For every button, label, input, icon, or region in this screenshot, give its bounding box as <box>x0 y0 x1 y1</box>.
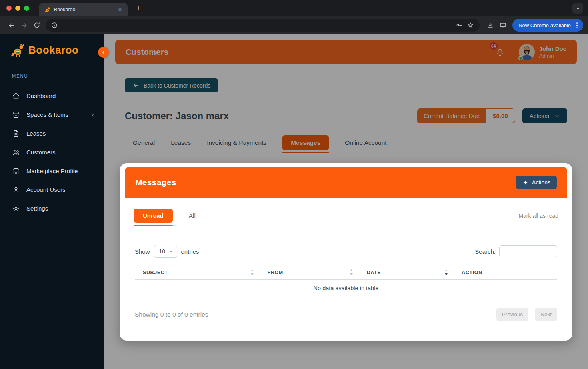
window-close-button[interactable] <box>6 6 12 11</box>
menu-section-label: MENU <box>0 62 104 82</box>
sidebar-item-label: Leases <box>26 130 46 137</box>
column-label: DATE <box>367 270 381 275</box>
browser-toolbar: New Chrome available <box>0 16 588 34</box>
entries-label: entries <box>181 248 199 255</box>
sort-icon-descending[interactable] <box>444 269 448 275</box>
sort-icon[interactable] <box>350 269 353 275</box>
browser-menu-kebab-icon[interactable] <box>573 21 581 30</box>
search-label: Search: <box>475 248 496 255</box>
page-size-value: 10 <box>159 248 166 255</box>
sidebar-item-label: Settings <box>26 205 48 212</box>
chrome-update-label: New Chrome available <box>518 22 571 28</box>
sidebar-item-leases[interactable]: Leases <box>0 124 104 143</box>
app-root: Bookaroo MENU Dashboard Spaces & Items L… <box>0 34 588 369</box>
messages-card-title: Messages <box>135 178 176 187</box>
messages-card: Messages Actions Unread All Mark all as … <box>125 167 567 335</box>
tab-favicon-kangaroo-icon <box>44 6 50 13</box>
customers-icon <box>12 148 20 156</box>
menu-divider <box>34 76 104 76</box>
archive-box-icon <box>12 111 20 119</box>
sidebar-collapse-button[interactable] <box>98 47 109 58</box>
sidebar: Bookaroo MENU Dashboard Spaces & Items L… <box>0 34 104 369</box>
messages-actions-button[interactable]: Actions <box>516 176 557 189</box>
tab-close-icon[interactable]: × <box>116 6 124 13</box>
table-footer: Showing 0 to 0 of 0 entries Previous Nex… <box>135 308 557 335</box>
search-input[interactable] <box>499 245 557 257</box>
column-header-from[interactable]: FROM <box>260 265 359 279</box>
document-icon <box>12 130 20 138</box>
column-label: ACTION <box>462 270 482 275</box>
password-key-icon[interactable] <box>456 22 463 29</box>
sidebar-item-label: Account Users <box>26 186 66 193</box>
home-icon <box>12 92 20 100</box>
column-header-date[interactable]: DATE <box>359 265 454 279</box>
sidebar-item-label: Customers <box>26 149 56 156</box>
workspace-icon[interactable] <box>496 19 509 32</box>
reload-icon[interactable] <box>30 19 43 32</box>
sidebar-item-spaces-items[interactable]: Spaces & Items <box>0 105 104 124</box>
show-label: Show <box>135 248 150 255</box>
bookmark-star-icon[interactable] <box>467 22 474 29</box>
person-icon <box>12 186 20 194</box>
chevron-right-icon <box>89 112 95 118</box>
new-tab-button[interactable]: + <box>133 3 144 13</box>
chevron-down-icon <box>168 249 174 254</box>
messages-table: SUBJECT FROM DATE <box>135 265 557 297</box>
sidebar-item-label: Marketplace Profile <box>26 168 78 174</box>
tab-search-chevron-icon[interactable] <box>572 3 583 14</box>
forward-icon[interactable] <box>18 19 30 32</box>
sidebar-item-settings[interactable]: Settings <box>0 199 104 218</box>
browser-tabstrip: Bookaroo × + <box>0 0 588 16</box>
messages-card-body: Unread All Mark all as read Show 10 <box>125 198 567 335</box>
messages-filter-row: Unread All Mark all as read <box>125 198 567 223</box>
tab-title: Bookaroo <box>54 7 113 12</box>
next-page-button[interactable]: Next <box>535 308 557 321</box>
storefront-icon <box>12 167 20 175</box>
previous-page-button[interactable]: Previous <box>496 308 529 321</box>
sidebar-item-marketplace-profile[interactable]: Marketplace Profile <box>0 162 104 180</box>
sidebar-nav: Dashboard Spaces & Items Leases Customer… <box>0 82 104 218</box>
sidebar-item-account-users[interactable]: Account Users <box>0 180 104 199</box>
download-icon[interactable] <box>484 19 496 32</box>
sidebar-item-label: Spaces & Items <box>26 111 68 118</box>
messages-actions-label: Actions <box>532 179 550 185</box>
sort-icon[interactable] <box>250 269 254 275</box>
browser-chrome: Bookaroo × + <box>0 0 588 34</box>
chrome-update-button[interactable]: New Chrome available <box>512 19 583 32</box>
page-size-select[interactable]: 10 <box>154 245 177 258</box>
mark-all-as-read-link[interactable]: Mark all as read <box>518 213 558 219</box>
sidebar-item-label: Dashboard <box>26 92 56 99</box>
browser-tab[interactable]: Bookaroo × <box>39 3 128 16</box>
address-bar[interactable] <box>46 19 480 32</box>
plus-icon <box>522 180 528 185</box>
window-zoom-button[interactable] <box>24 6 29 11</box>
back-icon[interactable] <box>5 19 18 32</box>
column-label: FROM <box>268 270 283 275</box>
messages-card-spotlight: Messages Actions Unread All Mark all as … <box>120 163 572 341</box>
table-header-row: SUBJECT FROM DATE <box>135 265 557 280</box>
table-empty-message: No data available in table <box>135 280 557 297</box>
tab-unread[interactable]: Unread <box>134 209 173 223</box>
main-area: Customers 64 John Doe Admin <box>104 34 588 369</box>
tab-all[interactable]: All <box>189 212 196 219</box>
site-info-icon[interactable] <box>51 22 58 28</box>
column-header-action[interactable]: ACTION <box>454 265 557 279</box>
search-wrap: Search: <box>475 245 557 257</box>
menu-label-text: MENU <box>12 74 28 78</box>
column-header-subject[interactable]: SUBJECT <box>135 265 260 279</box>
sidebar-item-dashboard[interactable]: Dashboard <box>0 86 104 105</box>
chevron-left-icon <box>101 50 106 55</box>
sidebar-item-customers[interactable]: Customers <box>0 143 104 162</box>
entries-summary: Showing 0 to 0 of 0 entries <box>135 311 496 318</box>
column-label: SUBJECT <box>143 270 168 275</box>
kangaroo-logo-icon <box>10 42 25 58</box>
gear-icon <box>12 205 20 213</box>
window-controls <box>6 6 29 11</box>
messages-card-header: Messages Actions <box>125 167 567 198</box>
window-minimize-button[interactable] <box>15 6 20 11</box>
table-controls-row: Show 10 entries Search: <box>135 245 557 258</box>
brand-logo[interactable]: Bookaroo <box>0 34 104 62</box>
brand-name: Bookaroo <box>28 44 78 56</box>
